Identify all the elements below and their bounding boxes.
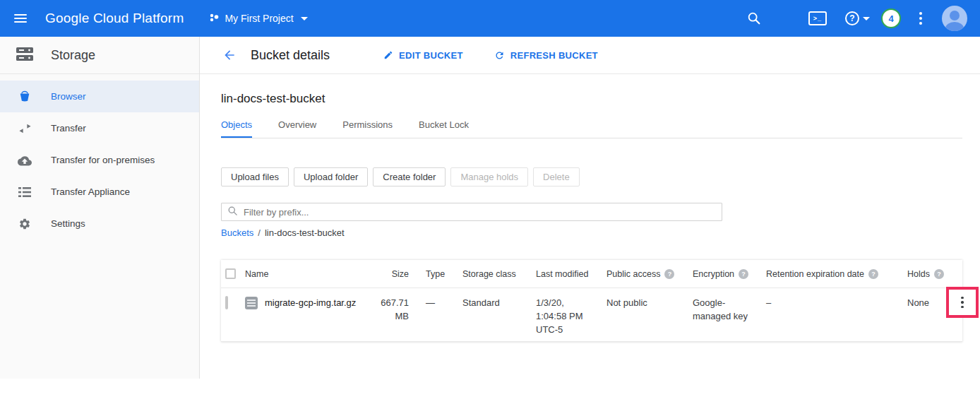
- table-row: migrate-gcp-img.tar.gz 667.71 MB — Stand…: [221, 288, 962, 342]
- upload-folder-button[interactable]: Upload folder: [294, 167, 368, 186]
- edit-bucket-button[interactable]: EDIT BUCKET: [383, 50, 463, 61]
- sidebar-item-label: Transfer for on-premises: [51, 155, 155, 165]
- tabs-divider: [221, 138, 962, 138]
- delete-button[interactable]: Delete: [533, 167, 580, 186]
- file-icon: [245, 297, 258, 309]
- object-name-link[interactable]: migrate-gcp-img.tar.gz: [265, 297, 356, 310]
- filter-prefix-box: [221, 203, 722, 221]
- sidebar-item-browser[interactable]: Browser: [0, 81, 199, 112]
- create-folder-button[interactable]: Create folder: [373, 167, 446, 186]
- objects-table: Name Size Type Storage class Last modifi…: [221, 260, 962, 342]
- cell-type: —: [417, 288, 457, 310]
- sidebar-item-label: Browser: [51, 91, 86, 102]
- help-icon[interactable]: [868, 269, 878, 279]
- help-icon[interactable]: [934, 269, 944, 279]
- page-title: Bucket details: [251, 48, 330, 63]
- help-icon[interactable]: [845, 11, 859, 25]
- breadcrumb-separator: /: [258, 227, 261, 238]
- filter-search-icon: [227, 206, 238, 219]
- cloud-shell-icon[interactable]: [808, 11, 827, 25]
- object-actions-toolbar: Upload files Upload folder Create folder…: [221, 167, 980, 186]
- column-header-encryption[interactable]: Encryption: [687, 269, 760, 279]
- cell-holds: None: [902, 288, 944, 310]
- tab-permissions[interactable]: Permissions: [342, 119, 393, 138]
- cloud-project-icon: [209, 13, 219, 25]
- breadcrumb-current: lin-docs-test-bucket: [265, 227, 345, 238]
- bucket-name: lin-docs-test-bucket: [221, 92, 980, 106]
- table-header-row: Name Size Type Storage class Last modifi…: [221, 260, 962, 288]
- row-menu-highlight: [946, 287, 979, 318]
- sidebar-item-label: Transfer: [51, 123, 86, 134]
- cell-public-access: Not public: [601, 288, 687, 310]
- cell-retention: –: [760, 288, 902, 310]
- brand-logo[interactable]: Google Cloud Platform: [45, 11, 184, 26]
- help-icon[interactable]: [739, 269, 748, 279]
- upload-files-button[interactable]: Upload files: [221, 167, 289, 186]
- help-chevron-down-icon[interactable]: [863, 17, 870, 20]
- cell-size: 667.71 MB: [378, 288, 417, 324]
- column-header-public-access[interactable]: Public access: [601, 269, 687, 279]
- search-icon[interactable]: [746, 11, 762, 26]
- appliance-list-icon: [18, 186, 32, 198]
- breadcrumb: Buckets / lin-docs-test-bucket: [221, 227, 980, 238]
- column-header-name[interactable]: Name: [245, 269, 378, 279]
- sidebar-item-settings[interactable]: Settings: [0, 208, 199, 239]
- project-name: My First Project: [225, 13, 293, 24]
- manage-holds-button[interactable]: Manage holds: [450, 167, 528, 186]
- row-more-options-icon[interactable]: [961, 297, 964, 309]
- sidebar-item-transfer[interactable]: Transfer: [0, 112, 199, 144]
- transfer-arrows-icon: [18, 123, 32, 134]
- sidebar-item-transfer-appliance[interactable]: Transfer Appliance: [0, 176, 199, 208]
- pencil-icon: [383, 50, 393, 60]
- page-header: Bucket details EDIT BUCKET REFRESH BUCKE…: [200, 37, 980, 74]
- help-icon[interactable]: [664, 269, 674, 279]
- cell-encryption: Google-managed key: [687, 288, 760, 324]
- notifications-badge[interactable]: 4: [881, 8, 901, 28]
- column-header-holds[interactable]: Holds: [902, 269, 944, 279]
- top-app-bar: Google Cloud Platform My First Project 4: [0, 0, 980, 37]
- column-header-storage-class[interactable]: Storage class: [457, 269, 530, 279]
- refresh-icon: [494, 50, 505, 61]
- tab-overview[interactable]: Overview: [278, 119, 316, 138]
- tab-bar: Objects Overview Permissions Bucket Lock: [221, 119, 980, 138]
- more-options-icon[interactable]: [919, 12, 922, 25]
- column-header-size[interactable]: Size: [378, 269, 417, 279]
- refresh-bucket-button[interactable]: REFRESH BUCKET: [494, 50, 598, 61]
- select-all-checkbox[interactable]: [225, 268, 236, 279]
- avatar[interactable]: [942, 6, 967, 31]
- cell-last-modified: 1/3/20, 1:04:58 PM UTC-5: [530, 288, 601, 337]
- tab-objects[interactable]: Objects: [221, 119, 252, 138]
- sidebar-item-label: Transfer Appliance: [51, 186, 130, 197]
- sidebar: Storage Browser Transfer Transfer for on…: [0, 37, 200, 379]
- cell-storage-class: Standard: [457, 288, 530, 310]
- gear-icon: [18, 218, 32, 230]
- sidebar-item-label: Settings: [51, 218, 85, 229]
- filter-prefix-input[interactable]: [244, 207, 722, 218]
- cloud-upload-icon: [18, 155, 32, 166]
- column-header-type[interactable]: Type: [417, 269, 457, 279]
- chevron-down-icon: [301, 17, 308, 20]
- row-checkbox[interactable]: [225, 296, 228, 309]
- bucket-icon: [18, 90, 32, 103]
- storage-product-icon: [16, 47, 34, 64]
- tab-bucket-lock[interactable]: Bucket Lock: [419, 119, 469, 138]
- back-arrow-icon[interactable]: [222, 48, 237, 62]
- column-header-last-modified[interactable]: Last modified: [530, 269, 601, 279]
- sidebar-header: Storage: [0, 37, 199, 74]
- sidebar-product-title: Storage: [51, 48, 95, 63]
- sidebar-item-transfer-on-premises[interactable]: Transfer for on-premises: [0, 144, 199, 176]
- column-header-retention[interactable]: Retention expiration date: [760, 269, 902, 279]
- breadcrumb-buckets-link[interactable]: Buckets: [221, 227, 253, 238]
- menu-icon[interactable]: [0, 14, 41, 23]
- project-picker[interactable]: My First Project: [209, 13, 307, 25]
